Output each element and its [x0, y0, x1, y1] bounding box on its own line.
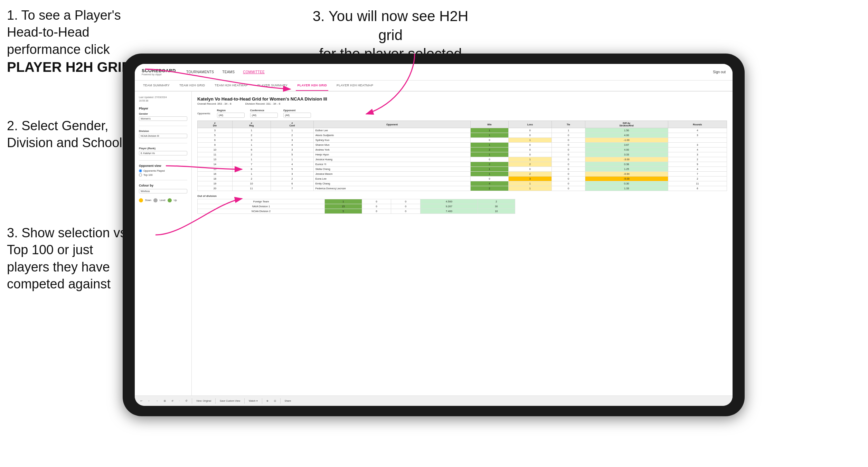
out-of-division-table: Foreign Team1004.5002NAIA Division 11500… [197, 199, 515, 214]
subnav-player-h2h-heatmap[interactable]: PLAYER H2H HEATMAP [335, 80, 375, 91]
nav-teams[interactable]: TEAMS [222, 70, 235, 74]
col-tie: Tie [552, 121, 585, 128]
logo-text: SCOREBOARD [142, 68, 176, 73]
legend-label-down: Down [145, 199, 151, 201]
sidebar-opponent-view-title: Opponent view [139, 164, 187, 168]
toolbar-zoom-out[interactable]: ⊡ [273, 399, 277, 403]
subnav-team-h2h-heatmap[interactable]: TEAM H2H HEATMAP [213, 80, 249, 91]
legend-dot-down [139, 198, 143, 202]
filter-opponent-select[interactable]: (All) [283, 113, 311, 118]
sidebar-gender-select[interactable]: Women's Men's [139, 116, 187, 121]
data-table: #Div #Reg #Conf Opponent Win Loss Tie Di… [197, 121, 727, 191]
toolbar-back[interactable]: ← [147, 399, 152, 403]
grid-title: Katelyn Vo Head-to-Head Grid for Women's… [197, 96, 727, 102]
toolbar-watch[interactable]: Watch ▾ [247, 399, 259, 403]
instruction-3-left: 3. Show selection vs Top 100 or just pla… [7, 225, 138, 293]
table-row: 1311Jessica Huang010-3.002 [198, 157, 727, 162]
toolbar-divider-2 [215, 398, 216, 404]
ood-table-row: Foreign Team1004.5002 [198, 199, 515, 204]
nav-committee[interactable]: COMMITTEE [243, 70, 265, 74]
nav-tournaments[interactable]: TOURNAMENTS [186, 70, 214, 74]
table-row: 1474Eunice Yi2200.389 [198, 162, 727, 167]
col-opponent: Opponent [313, 121, 471, 128]
table-row: 19106Emily Chang4100.3011 [198, 181, 727, 186]
sidebar-divider-3 [139, 160, 187, 161]
sub-nav: TEAM SUMMARY TEAM H2H GRID TEAM H2H HEAT… [135, 80, 733, 92]
instruction-2: 2. Select Gender, Division and School [7, 117, 138, 152]
toolbar-refresh[interactable]: ↺ [170, 399, 175, 403]
subnav-team-h2h-grid[interactable]: TEAM H2H GRID [178, 80, 206, 91]
toolbar-divider-1 [192, 398, 192, 404]
sidebar-colour-legend: Down Level Up [139, 198, 187, 202]
toolbar-divider-4 [262, 398, 262, 404]
out-of-division-label: Out of division [197, 194, 727, 198]
toolbar-save-custom-view[interactable]: Save Custom View [218, 399, 242, 403]
filter-conference-select[interactable]: (All) [250, 113, 278, 118]
sidebar-player-rank-select[interactable]: 8. Katelyn Vo [139, 151, 187, 155]
logo-sub: Powered by clippd [142, 73, 176, 76]
record-row: Overall Record: 353 - 34 - 6 Division Re… [197, 102, 727, 105]
toolbar-divider-3 [244, 398, 245, 404]
sidebar-divider-4 [139, 180, 187, 180]
table-row: 522Alexis Sudjianto1004.003 [198, 133, 727, 138]
filter-row: Opponents: Region (All) Conference (All) [197, 109, 727, 118]
col-loss: Loss [508, 121, 552, 128]
toolbar-grid[interactable]: ⊞ [162, 399, 167, 403]
table-row: 1125Heejo Hyun1003.333 [198, 152, 727, 157]
toolbar-zoom-in[interactable]: ⊕ [265, 399, 270, 403]
col-conf: #Conf [271, 121, 313, 128]
col-rounds: Rounds [668, 121, 727, 128]
table-row: 20117Federica Domecq Lacroze2101.336 [198, 186, 727, 191]
filter-region-label: Region [217, 109, 245, 112]
nav-links: TOURNAMENTS TEAMS COMMITTEE [186, 70, 713, 74]
toolbar-view-original[interactable]: View: Original [195, 399, 213, 403]
ood-table-row: NAIA Division 115009.26730 [198, 204, 515, 209]
subnav-team-summary[interactable]: TEAM SUMMARY [142, 80, 171, 91]
table-row: 1613Jessica Mason120-0.947 [198, 172, 727, 177]
legend-dot-up [168, 198, 172, 202]
ood-table-row: NCAA Division 25007.40010 [198, 209, 515, 214]
table-row: 914Sharon Mun1003.673 [198, 143, 727, 147]
toolbar-undo[interactable]: ↩ [139, 399, 144, 403]
sidebar-opponent-radio-group: Opponents Played Top 100 [139, 169, 187, 177]
nav-signout[interactable]: Sign out [713, 70, 726, 74]
filter-opponents-label: Opponents: [197, 112, 211, 115]
sidebar-division-select[interactable]: NCAA Division III NCAA Division I NCAA D… [139, 134, 187, 138]
col-win: Win [471, 121, 508, 128]
division-record: Division Record: 331 - 34 - 6 [245, 102, 280, 105]
tablet-screen: SCOREBOARD Powered by clippd TOURNAMENTS… [135, 64, 733, 406]
filter-conference-group: Conference (All) [250, 109, 278, 118]
col-div: #Div [198, 121, 233, 128]
bottom-toolbar: ↩ ← → ⊞ ↺ · ⏱ View: Original Save Custom… [135, 395, 733, 406]
subnav-player-h2h-grid[interactable]: PLAYER H2H GRID [296, 80, 328, 91]
sidebar-gender-label: Gender [139, 112, 187, 115]
sidebar: Last Updated: 27/03/202416:55:38 Player … [135, 92, 192, 395]
overall-record: Overall Record: 353 - 34 - 6 [197, 102, 232, 105]
nav-right: Sign out [713, 70, 726, 74]
subnav-player-summary[interactable]: PLAYER SUMMARY [256, 80, 289, 91]
table-row: 311Esther Lee1011.504 [198, 128, 727, 133]
radio-opponents-played[interactable]: Opponents Played [139, 169, 187, 172]
col-reg: #Reg [232, 121, 271, 128]
table-row: 1585Stella Cheng1001.254 [198, 167, 727, 172]
filter-region-select[interactable]: (All) [217, 113, 245, 118]
out-of-division-section: Out of division Foreign Team1004.5002NAI… [197, 194, 727, 214]
radio-top100[interactable]: Top 100 [139, 173, 187, 177]
filter-opponent-group: Opponent (All) [283, 109, 311, 118]
tablet-frame: SCOREBOARD Powered by clippd TOURNAMENTS… [123, 54, 745, 416]
filter-opponent-label: Opponent [283, 109, 311, 112]
filter-region-group: Region (All) [217, 109, 245, 118]
toolbar-dot[interactable]: · [178, 399, 181, 403]
sidebar-colour-by-select[interactable]: Win/loss [139, 189, 187, 193]
col-diff: Diff AvStrokes/Rnd [585, 121, 668, 128]
filter-conference-label: Conference [250, 109, 278, 112]
toolbar-forward[interactable]: → [154, 399, 160, 403]
toolbar-share[interactable]: Share [283, 399, 293, 403]
legend-label-up: Up [174, 199, 177, 201]
toolbar-clock[interactable]: ⏱ [184, 399, 189, 403]
sidebar-divider-2 [139, 143, 187, 143]
legend-dot-level [153, 198, 158, 202]
sidebar-player-section: Player [139, 107, 187, 110]
table-row: 633Sydney Kuo010-1.00 [198, 138, 727, 143]
sidebar-division-label: Division [139, 130, 187, 133]
